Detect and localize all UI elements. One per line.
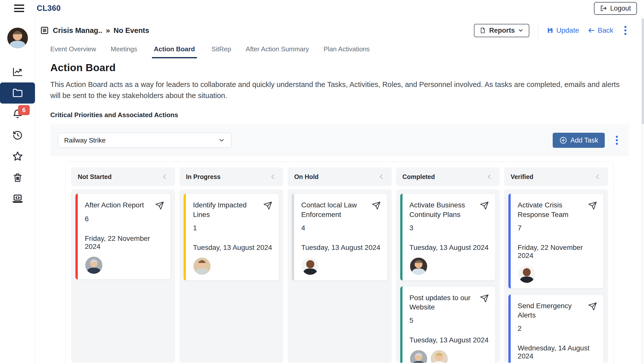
task-card[interactable]: Activate Business Continuity Plans 3 Tue… bbox=[400, 194, 496, 281]
column-title: In Progress bbox=[186, 173, 221, 180]
assignee-avatar[interactable] bbox=[430, 350, 448, 363]
task-card[interactable]: Post updates to our Website 5 Tuesday, 1… bbox=[400, 286, 496, 363]
column-body: Activate Business Continuity Plans 3 Tue… bbox=[396, 189, 500, 363]
menu-icon[interactable] bbox=[14, 5, 24, 12]
task-due-date: Friday, 22 November 2024 bbox=[85, 235, 165, 251]
task-card[interactable]: Send Emergency Alerts 2 Wednesday, 14 Au… bbox=[508, 294, 604, 363]
collapse-column-icon[interactable] bbox=[269, 173, 277, 180]
tab-sitrep[interactable]: SitRep bbox=[212, 45, 231, 58]
board-column-on-hold: On Hold Contact local Law Enforcement 4 … bbox=[288, 167, 391, 364]
task-card[interactable]: Activate Crisis Response Team 7 Friday, … bbox=[508, 194, 604, 289]
task-card[interactable]: Identify Impacted Lines 1 Tuesday, 13 Au… bbox=[184, 194, 279, 281]
section-label: Critical Priorities and Associated Actio… bbox=[50, 111, 629, 119]
folder-icon bbox=[12, 87, 23, 99]
send-icon[interactable] bbox=[263, 201, 273, 210]
board-more-menu[interactable] bbox=[613, 134, 620, 146]
send-icon[interactable] bbox=[480, 201, 489, 210]
collapse-column-icon[interactable] bbox=[161, 173, 169, 180]
task-title: Contact local Law Enforcement bbox=[301, 200, 371, 219]
assignee-avatar[interactable] bbox=[301, 257, 319, 275]
user-avatar[interactable] bbox=[7, 28, 28, 48]
task-count: 3 bbox=[410, 224, 489, 232]
update-button[interactable]: Update bbox=[547, 26, 579, 34]
sidebar-item-notifications[interactable]: 6 bbox=[0, 104, 35, 125]
task-title: Activate Crisis Response Team bbox=[518, 200, 588, 219]
priority-toolbar: Railway Strike Add Task bbox=[50, 124, 629, 156]
column-header: Verified bbox=[504, 167, 608, 186]
reports-button[interactable]: Reports bbox=[474, 24, 529, 37]
task-due-date: Tuesday, 13 August 2024 bbox=[301, 244, 381, 252]
task-count: 1 bbox=[193, 224, 273, 232]
chart-icon bbox=[12, 66, 23, 77]
column-body: Activate Crisis Response Team 7 Friday, … bbox=[504, 189, 608, 363]
notification-badge: 6 bbox=[18, 105, 30, 115]
sidebar-item-favorites[interactable] bbox=[0, 146, 35, 167]
collapse-column-icon[interactable] bbox=[486, 173, 493, 180]
breadcrumb-parent[interactable]: Crisis Manag.. bbox=[53, 26, 102, 35]
task-title: After Action Report bbox=[85, 200, 155, 210]
page-description: This Action Board acts as a way for lead… bbox=[50, 79, 629, 101]
collapse-column-icon[interactable] bbox=[378, 173, 385, 180]
sidebar-item-analytics[interactable] bbox=[0, 61, 35, 82]
chevron-down-icon bbox=[218, 137, 225, 144]
tab-bar: Event OverviewMeetingsAction BoardSitRep… bbox=[35, 38, 644, 58]
task-card[interactable]: After Action Report 6 Friday, 22 Novembe… bbox=[75, 194, 171, 280]
tab-action-board[interactable]: Action Board bbox=[152, 45, 197, 58]
column-body: Identify Impacted Lines 1 Tuesday, 13 Au… bbox=[179, 189, 283, 363]
page-scrollbar[interactable] bbox=[641, 17, 644, 364]
column-title: On Hold bbox=[294, 173, 318, 180]
assignee-avatar[interactable] bbox=[193, 257, 211, 275]
assignee-avatar[interactable] bbox=[85, 256, 103, 274]
add-task-button[interactable]: Add Task bbox=[553, 133, 605, 148]
send-icon[interactable] bbox=[588, 302, 597, 311]
board-column-in-progress: In Progress Identify Impacted Lines 1 Tu… bbox=[179, 167, 283, 364]
sidebar-item-trash[interactable] bbox=[0, 167, 35, 188]
sidebar-item-history[interactable] bbox=[0, 125, 35, 146]
assignee-avatars bbox=[85, 256, 165, 274]
column-title: Verified bbox=[511, 173, 533, 180]
header-more-menu[interactable] bbox=[622, 24, 629, 36]
assignee-avatar[interactable] bbox=[518, 265, 536, 283]
tab-after-action-summary[interactable]: After Action Summary bbox=[246, 45, 309, 58]
task-due-date: Tuesday, 13 August 2024 bbox=[193, 244, 273, 252]
task-count: 7 bbox=[518, 224, 597, 232]
assignee-avatar[interactable] bbox=[410, 350, 428, 363]
main-content: Crisis Manag.. » No Events Reports bbox=[35, 17, 644, 364]
page-title: Action Board bbox=[50, 62, 629, 74]
tab-meetings[interactable]: Meetings bbox=[111, 45, 137, 58]
send-icon[interactable] bbox=[480, 294, 489, 303]
chevron-down-icon bbox=[518, 27, 524, 33]
task-due-date: Tuesday, 13 August 2024 bbox=[410, 336, 489, 344]
tab-event-overview[interactable]: Event Overview bbox=[50, 45, 96, 58]
send-icon[interactable] bbox=[372, 201, 381, 210]
top-bar: CL360 Logout bbox=[0, 0, 644, 17]
app-brand: CL360 bbox=[37, 4, 61, 13]
sidebar: 6 bbox=[0, 17, 35, 364]
action-board: Not Started After Action Report 6 Friday… bbox=[65, 162, 614, 364]
send-icon[interactable] bbox=[588, 201, 597, 210]
arrow-left-icon bbox=[588, 27, 595, 34]
sidebar-item-devices[interactable] bbox=[0, 188, 35, 209]
logout-button[interactable]: Logout bbox=[594, 2, 637, 15]
board-column-not-started: Not Started After Action Report 6 Friday… bbox=[71, 167, 175, 364]
column-header: Completed bbox=[396, 167, 500, 186]
assignee-avatar[interactable] bbox=[410, 257, 428, 275]
priority-select[interactable]: Railway Strike bbox=[58, 133, 231, 148]
task-title: Activate Business Continuity Plans bbox=[410, 200, 480, 219]
assignee-avatars bbox=[410, 350, 489, 363]
column-title: Not Started bbox=[78, 173, 112, 180]
divider bbox=[538, 23, 538, 38]
task-card[interactable]: Contact local Law Enforcement 4 Tuesday,… bbox=[292, 194, 387, 281]
sidebar-item-folders[interactable] bbox=[0, 82, 35, 104]
collapse-column-icon[interactable] bbox=[594, 173, 601, 180]
document-icon bbox=[479, 27, 486, 34]
plus-circle-icon bbox=[559, 136, 567, 144]
task-title: Post updates to our Website bbox=[410, 293, 480, 312]
back-button[interactable]: Back bbox=[588, 26, 613, 34]
star-icon bbox=[12, 151, 23, 162]
send-icon[interactable] bbox=[155, 201, 165, 210]
task-count: 4 bbox=[301, 224, 381, 232]
task-count: 2 bbox=[518, 325, 597, 333]
tab-plan-activations[interactable]: Plan Activations bbox=[324, 45, 370, 58]
laptop-code-icon bbox=[12, 193, 24, 205]
